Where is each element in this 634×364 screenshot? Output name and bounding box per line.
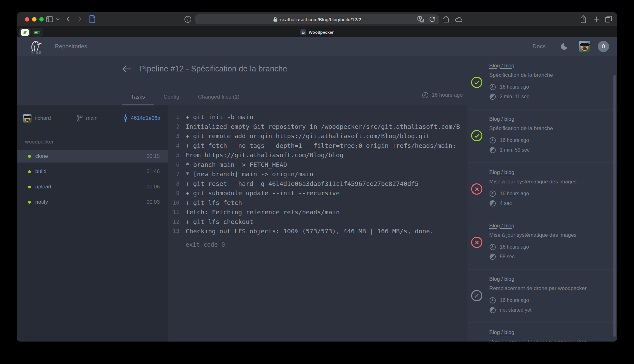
build-entry[interactable]: Blog / blog Remplacement de drone par wo… [467,323,617,342]
sidebar-toggle-icon[interactable] [46,16,53,22]
reload-icon[interactable] [429,16,435,24]
pipeline-tabs: Tasks Config Changed files (1) [122,89,249,105]
build-status-icon [471,77,482,88]
console-line-text: + git fetch --no-tags --depth=1 --filter… [179,141,456,151]
clock-icon [489,244,496,250]
duration-icon [489,93,496,100]
pinned-tab-leaf[interactable] [19,28,31,37]
nav-docs-link[interactable]: Docs [533,43,546,50]
step-row[interactable]: clone 00:15 [17,150,168,163]
minimize-window-button[interactable] [32,17,37,22]
build-duration-row: 2 min, 11 sec [489,93,609,100]
build-duration-row: 1 min, 59 sec [489,147,609,153]
home-icon[interactable] [442,16,450,23]
console-line: 6 * branch main -> FETCH_HEAD [168,160,467,170]
step-row[interactable]: upload 00:06 [17,181,168,193]
close-window-button[interactable] [25,17,29,22]
url-text: ci.athaliasoft.com/Blog/blog/build/12/2 [280,17,361,22]
build-entry[interactable]: Blog / blog Remplacement de drone par wo… [467,269,617,323]
build-duration: 58 sec [500,254,515,260]
build-time-row: 16 hours ago [489,190,609,197]
active-tab[interactable]: Woodpecker [300,27,334,37]
duration-icon [489,253,496,260]
console-line-number: 11 [168,207,179,217]
sidebar-scrollbar[interactable] [613,75,616,337]
zoom-window-button[interactable] [39,17,44,22]
console-line-number: 13 [168,226,179,236]
leaf-icon [21,29,29,36]
address-bar[interactable]: ci.athaliasoft.com/Blog/blog/build/12/2 [195,14,439,24]
build-entry[interactable]: Blog / blog Mise à jour systématique des… [467,216,617,269]
build-entry[interactable]: Blog / blog Mise à jour systématique des… [467,163,617,216]
clock-icon [489,297,496,304]
pipeline-tab[interactable]: Config [154,89,188,105]
tab-overview-icon[interactable] [605,16,612,23]
chevron-down-icon[interactable] [56,18,60,20]
clock-icon [489,190,496,197]
build-repo-link[interactable]: Blog / blog [489,62,514,69]
commit-hash[interactable]: 4614d1e06a [123,114,160,122]
step-duration: 00:15 [146,153,160,159]
build-commit-message: Mise à jour systématique des images [489,232,609,239]
build-repo-link[interactable]: Blog / blog [489,169,514,176]
build-repo-link[interactable]: Blog / blog [489,276,514,283]
console-line-text: + git init -b main [179,112,253,122]
console-line-number: 3 [168,131,179,141]
console-line: 9 + git submodule update --init --recurs… [168,188,467,198]
pinned-tab-cup[interactable] [32,28,43,37]
build-time: 16 hours ago [500,191,529,197]
forward-button[interactable] [78,16,82,22]
build-repo-link[interactable]: Blog / blog [489,116,514,123]
translate-icon[interactable] [417,16,424,24]
check-icon [474,80,480,85]
console-output[interactable]: 1 + git init -b main 2 Initialized empty… [168,105,467,342]
build-repo-link[interactable]: Blog / blog [489,222,514,229]
step-row[interactable]: notify 00:03 [17,196,168,208]
console-line-text: From https://git.athaliasoft.com/Blog/bl… [179,150,344,160]
reader-document-icon[interactable] [89,15,95,23]
x-icon [475,187,479,191]
pipeline-tab[interactable]: Changed files (1) [189,89,249,105]
woodpecker-logo[interactable]: 0.15.8 [29,40,42,55]
page-info-icon[interactable] [184,16,192,23]
build-repo-link[interactable]: Blog / blog [489,329,514,336]
build-time: 16 hours ago [500,298,529,303]
step-row[interactable]: build 01:46 [17,165,168,178]
console-line-number: 4 [168,141,179,151]
step-duration: 01:46 [146,168,160,175]
notification-badge[interactable]: 0 [598,41,609,52]
build-entry[interactable]: Blog / blog Spécification de la branche … [467,109,617,163]
console-line-text: * branch main -> FETCH_HEAD [179,160,287,170]
console-line: 2 Initialized empty Git repository in /w… [168,122,467,132]
cloud-icon[interactable] [455,16,463,22]
build-entry[interactable]: Blog / blog Spécification de la branche … [467,56,617,109]
console-line-text: + git lfs checkout [179,217,253,227]
build-duration: not started yet [500,307,531,313]
nav-repositories-link[interactable]: Repositories [55,43,87,50]
back-arrow-button[interactable] [122,65,132,73]
back-button[interactable] [66,16,70,22]
console-line-text: + git submodule update --init --recursiv… [179,188,340,198]
build-time-row: 16 hours ago [489,137,609,144]
share-icon[interactable] [580,15,587,23]
commit-author: richard [23,114,51,123]
build-time: 16 hours ago [500,244,529,250]
pipeline-tab[interactable]: Tasks [122,89,154,105]
step-name: build [35,168,46,175]
console-line: 12 + git lfs checkout [168,217,467,227]
step-status-dot-icon [28,186,31,188]
tab-title: Woodpecker [309,30,334,35]
build-time: 16 hours ago [500,138,529,143]
console-line-text: Checking out LFS objects: 100% (573/573)… [179,226,434,236]
duration-icon [489,147,496,153]
duration-icon [489,307,496,313]
console-line: 5 From https://git.athaliasoft.com/Blog/… [168,150,467,160]
step-status-dot-icon [28,170,31,173]
step-status-dot-icon [28,155,31,158]
theme-toggle-button[interactable] [559,42,568,51]
console-line-text: + git lfs fetch [179,198,242,208]
build-commit-message: Mise à jour systématique des images [489,178,609,185]
user-avatar[interactable] [579,41,590,52]
new-tab-icon[interactable] [593,16,599,22]
build-duration-row: 4 sec [489,200,609,207]
